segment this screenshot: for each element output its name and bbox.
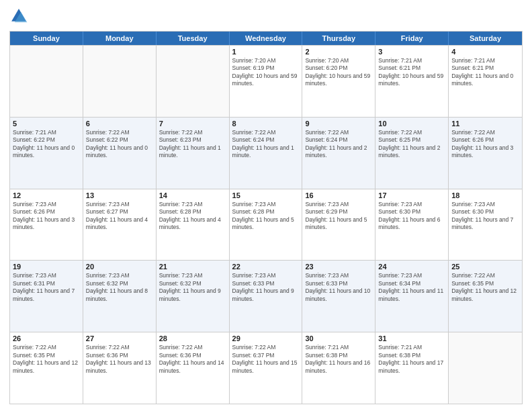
day-info: Sunrise: 7:22 AM Sunset: 6:24 PM Dayligh… bbox=[305, 129, 372, 160]
header-day-monday: Monday bbox=[83, 32, 157, 45]
day-cell-4: 4Sunrise: 7:21 AM Sunset: 6:21 PM Daylig… bbox=[449, 46, 522, 117]
day-number: 10 bbox=[378, 120, 445, 128]
day-info: Sunrise: 7:23 AM Sunset: 6:30 PM Dayligh… bbox=[378, 201, 445, 232]
day-info: Sunrise: 7:20 AM Sunset: 6:19 PM Dayligh… bbox=[232, 57, 300, 88]
day-cell-17: 17Sunrise: 7:23 AM Sunset: 6:30 PM Dayli… bbox=[375, 189, 449, 261]
day-number: 31 bbox=[378, 334, 445, 342]
day-info: Sunrise: 7:22 AM Sunset: 6:22 PM Dayligh… bbox=[86, 129, 153, 160]
week-row-2: 5Sunrise: 7:21 AM Sunset: 6:22 PM Daylig… bbox=[10, 117, 522, 189]
empty-cell bbox=[83, 46, 157, 117]
week-row-3: 12Sunrise: 7:23 AM Sunset: 6:26 PM Dayli… bbox=[10, 189, 522, 261]
day-number: 9 bbox=[305, 120, 372, 128]
day-number: 20 bbox=[86, 263, 153, 271]
day-number: 29 bbox=[232, 334, 300, 342]
header-day-thursday: Thursday bbox=[302, 32, 375, 45]
day-info: Sunrise: 7:22 AM Sunset: 6:23 PM Dayligh… bbox=[159, 129, 226, 160]
day-info: Sunrise: 7:23 AM Sunset: 6:26 PM Dayligh… bbox=[13, 201, 80, 232]
day-info: Sunrise: 7:22 AM Sunset: 6:37 PM Dayligh… bbox=[232, 344, 300, 375]
day-number: 16 bbox=[305, 191, 372, 199]
day-cell-20: 20Sunrise: 7:23 AM Sunset: 6:32 PM Dayli… bbox=[83, 261, 157, 332]
day-cell-31: 31Sunrise: 7:21 AM Sunset: 6:38 PM Dayli… bbox=[375, 332, 449, 404]
calendar: SundayMondayTuesdayWednesdayThursdayFrid… bbox=[9, 31, 523, 404]
day-info: Sunrise: 7:20 AM Sunset: 6:20 PM Dayligh… bbox=[305, 57, 372, 88]
day-cell-5: 5Sunrise: 7:21 AM Sunset: 6:22 PM Daylig… bbox=[10, 118, 83, 189]
day-cell-18: 18Sunrise: 7:23 AM Sunset: 6:30 PM Dayli… bbox=[449, 189, 522, 261]
day-cell-7: 7Sunrise: 7:22 AM Sunset: 6:23 PM Daylig… bbox=[157, 118, 230, 189]
day-number: 18 bbox=[451, 191, 519, 199]
day-info: Sunrise: 7:22 AM Sunset: 6:36 PM Dayligh… bbox=[159, 344, 226, 375]
day-info: Sunrise: 7:22 AM Sunset: 6:25 PM Dayligh… bbox=[378, 129, 445, 160]
day-cell-16: 16Sunrise: 7:23 AM Sunset: 6:29 PM Dayli… bbox=[302, 189, 375, 261]
day-cell-21: 21Sunrise: 7:23 AM Sunset: 6:32 PM Dayli… bbox=[157, 261, 230, 332]
day-cell-2: 2Sunrise: 7:20 AM Sunset: 6:20 PM Daylig… bbox=[302, 46, 375, 117]
day-number: 27 bbox=[86, 334, 153, 342]
logo bbox=[9, 7, 31, 26]
day-cell-28: 28Sunrise: 7:22 AM Sunset: 6:36 PM Dayli… bbox=[157, 332, 230, 404]
day-cell-9: 9Sunrise: 7:22 AM Sunset: 6:24 PM Daylig… bbox=[302, 118, 375, 189]
day-number: 8 bbox=[232, 120, 300, 128]
day-cell-23: 23Sunrise: 7:23 AM Sunset: 6:33 PM Dayli… bbox=[302, 261, 375, 332]
day-info: Sunrise: 7:23 AM Sunset: 6:32 PM Dayligh… bbox=[86, 272, 153, 303]
day-cell-10: 10Sunrise: 7:22 AM Sunset: 6:25 PM Dayli… bbox=[375, 118, 449, 189]
day-number: 22 bbox=[232, 263, 300, 271]
day-cell-14: 14Sunrise: 7:23 AM Sunset: 6:28 PM Dayli… bbox=[157, 189, 230, 261]
day-cell-11: 11Sunrise: 7:22 AM Sunset: 6:26 PM Dayli… bbox=[449, 118, 522, 189]
header bbox=[9, 7, 523, 26]
header-day-sunday: Sunday bbox=[10, 32, 83, 45]
day-number: 21 bbox=[159, 263, 226, 271]
header-day-friday: Friday bbox=[375, 32, 449, 45]
page: SundayMondayTuesdayWednesdayThursdayFrid… bbox=[0, 0, 532, 411]
day-cell-13: 13Sunrise: 7:23 AM Sunset: 6:27 PM Dayli… bbox=[83, 189, 157, 261]
day-info: Sunrise: 7:23 AM Sunset: 6:27 PM Dayligh… bbox=[86, 201, 153, 232]
day-info: Sunrise: 7:21 AM Sunset: 6:38 PM Dayligh… bbox=[378, 344, 445, 375]
week-row-5: 26Sunrise: 7:22 AM Sunset: 6:35 PM Dayli… bbox=[10, 332, 522, 404]
header-day-saturday: Saturday bbox=[449, 32, 522, 45]
header-day-tuesday: Tuesday bbox=[157, 32, 230, 45]
day-cell-15: 15Sunrise: 7:23 AM Sunset: 6:28 PM Dayli… bbox=[230, 189, 303, 261]
day-info: Sunrise: 7:23 AM Sunset: 6:29 PM Dayligh… bbox=[305, 201, 372, 232]
day-info: Sunrise: 7:23 AM Sunset: 6:30 PM Dayligh… bbox=[451, 201, 519, 232]
day-cell-12: 12Sunrise: 7:23 AM Sunset: 6:26 PM Dayli… bbox=[10, 189, 83, 261]
day-cell-3: 3Sunrise: 7:21 AM Sunset: 6:21 PM Daylig… bbox=[375, 46, 449, 117]
day-number: 24 bbox=[378, 263, 445, 271]
day-number: 7 bbox=[159, 120, 226, 128]
day-cell-29: 29Sunrise: 7:22 AM Sunset: 6:37 PM Dayli… bbox=[230, 332, 303, 404]
day-info: Sunrise: 7:23 AM Sunset: 6:34 PM Dayligh… bbox=[378, 272, 445, 303]
day-number: 26 bbox=[13, 334, 80, 342]
day-cell-27: 27Sunrise: 7:22 AM Sunset: 6:36 PM Dayli… bbox=[83, 332, 157, 404]
day-number: 25 bbox=[451, 263, 519, 271]
day-info: Sunrise: 7:23 AM Sunset: 6:33 PM Dayligh… bbox=[305, 272, 372, 303]
logo-icon bbox=[9, 7, 28, 26]
day-info: Sunrise: 7:22 AM Sunset: 6:24 PM Dayligh… bbox=[232, 129, 300, 160]
day-number: 17 bbox=[378, 191, 445, 199]
day-info: Sunrise: 7:23 AM Sunset: 6:32 PM Dayligh… bbox=[159, 272, 226, 303]
day-info: Sunrise: 7:23 AM Sunset: 6:28 PM Dayligh… bbox=[159, 201, 226, 232]
calendar-body: 1Sunrise: 7:20 AM Sunset: 6:19 PM Daylig… bbox=[10, 45, 522, 404]
day-info: Sunrise: 7:21 AM Sunset: 6:21 PM Dayligh… bbox=[451, 57, 519, 88]
day-number: 23 bbox=[305, 263, 372, 271]
day-number: 28 bbox=[159, 334, 226, 342]
day-info: Sunrise: 7:23 AM Sunset: 6:31 PM Dayligh… bbox=[13, 272, 80, 303]
day-number: 1 bbox=[232, 48, 300, 56]
day-info: Sunrise: 7:22 AM Sunset: 6:35 PM Dayligh… bbox=[13, 344, 80, 375]
day-cell-24: 24Sunrise: 7:23 AM Sunset: 6:34 PM Dayli… bbox=[375, 261, 449, 332]
day-number: 6 bbox=[86, 120, 153, 128]
day-number: 4 bbox=[451, 48, 519, 56]
day-info: Sunrise: 7:22 AM Sunset: 6:26 PM Dayligh… bbox=[451, 129, 519, 160]
day-cell-6: 6Sunrise: 7:22 AM Sunset: 6:22 PM Daylig… bbox=[83, 118, 157, 189]
calendar-header: SundayMondayTuesdayWednesdayThursdayFrid… bbox=[10, 32, 522, 45]
day-cell-1: 1Sunrise: 7:20 AM Sunset: 6:19 PM Daylig… bbox=[230, 46, 303, 117]
day-number: 13 bbox=[86, 191, 153, 199]
empty-cell bbox=[449, 332, 522, 404]
day-number: 12 bbox=[13, 191, 80, 199]
day-cell-22: 22Sunrise: 7:23 AM Sunset: 6:33 PM Dayli… bbox=[230, 261, 303, 332]
empty-cell bbox=[157, 46, 230, 117]
day-number: 2 bbox=[305, 48, 372, 56]
day-info: Sunrise: 7:21 AM Sunset: 6:21 PM Dayligh… bbox=[378, 57, 445, 88]
empty-cell bbox=[10, 46, 83, 117]
day-cell-19: 19Sunrise: 7:23 AM Sunset: 6:31 PM Dayli… bbox=[10, 261, 83, 332]
header-day-wednesday: Wednesday bbox=[230, 32, 303, 45]
day-info: Sunrise: 7:23 AM Sunset: 6:33 PM Dayligh… bbox=[232, 272, 300, 303]
week-row-1: 1Sunrise: 7:20 AM Sunset: 6:19 PM Daylig… bbox=[10, 45, 522, 117]
day-info: Sunrise: 7:21 AM Sunset: 6:22 PM Dayligh… bbox=[13, 129, 80, 160]
